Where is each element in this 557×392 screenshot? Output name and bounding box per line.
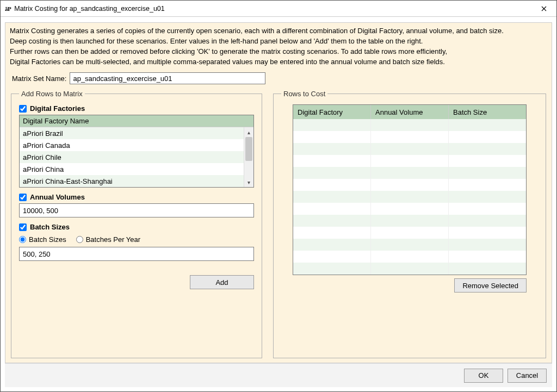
batch-sizes-checkbox[interactable]: [19, 223, 27, 231]
intro-line-1: Matrix Costing generates a series of cop…: [10, 26, 547, 36]
col-batch-size[interactable]: Batch Size: [449, 105, 526, 119]
list-item[interactable]: aPriori China-East-Shanghai: [20, 175, 244, 187]
table-row[interactable]: [293, 227, 526, 239]
table-row[interactable]: [293, 155, 526, 167]
dialog-body: Matrix Costing generates a series of cop…: [1, 17, 556, 391]
digital-factories-list-body: aPriori Brazil aPriori Canada aPriori Ch…: [20, 127, 253, 187]
col-digital-factory[interactable]: Digital Factory: [293, 105, 371, 119]
ok-button[interactable]: OK: [464, 369, 503, 383]
digital-factories-checkbox-row: Digital Factories: [19, 104, 254, 113]
list-item[interactable]: aPriori China: [20, 163, 244, 175]
digital-factories-checkbox[interactable]: [19, 105, 27, 113]
rows-to-cost-legend: Rows to Cost: [281, 90, 327, 98]
batch-sizes-radio[interactable]: [19, 236, 26, 243]
table-row[interactable]: [293, 131, 526, 143]
scroll-thumb[interactable]: [245, 137, 252, 161]
list-item[interactable]: aPriori Canada: [20, 139, 244, 151]
remove-selected-row: Remove Selected: [293, 278, 527, 293]
batch-sizes-input[interactable]: [19, 247, 254, 261]
table-row[interactable]: [293, 215, 526, 227]
matrix-set-name-label: Matrix Set Name:: [12, 74, 66, 83]
intro-line-4: Digital Factories can be multi-selected,…: [10, 57, 547, 67]
scroll-track[interactable]: [244, 137, 253, 177]
annual-volumes-checkbox-row: Annual Volumes: [19, 193, 254, 201]
window-title: Matrix Costing for ap_sandcasting_excerc…: [14, 5, 531, 13]
app-logo: āP: [5, 5, 11, 12]
batches-per-year-radio[interactable]: [76, 236, 83, 243]
intro-line-2: Deep costing is then launched for these …: [10, 36, 547, 47]
dialog-footer: OK Cancel: [5, 363, 552, 387]
rows-to-cost-body: [293, 119, 526, 275]
table-row[interactable]: [293, 167, 526, 179]
titlebar: āP Matrix Costing for ap_sandcasting_exc…: [1, 1, 556, 17]
content-frame: Matrix Costing generates a series of cop…: [5, 22, 552, 363]
digital-factories-scrollbar[interactable]: ▴ ▾: [244, 127, 253, 187]
table-row[interactable]: [293, 203, 526, 215]
batches-per-year-radio-text: Batches Per Year: [86, 235, 140, 244]
close-button[interactable]: [531, 1, 556, 17]
rows-to-cost-panel: Rows to Cost Digital Factory Annual Volu…: [273, 90, 546, 358]
table-row[interactable]: [293, 191, 526, 203]
close-icon: [541, 6, 547, 11]
intro-text: Matrix Costing generates a series of cop…: [10, 26, 547, 67]
panels: Add Rows to Matrix Digital Factories Dig…: [10, 90, 547, 358]
list-item[interactable]: aPriori Chile: [20, 151, 244, 163]
table-row[interactable]: [293, 143, 526, 155]
add-rows-legend: Add Rows to Matrix: [19, 90, 85, 98]
batches-per-year-radio-label[interactable]: Batches Per Year: [76, 235, 140, 244]
table-row[interactable]: [293, 251, 526, 263]
scroll-down-icon[interactable]: ▾: [244, 177, 253, 187]
digital-factories-label: Digital Factories: [30, 104, 85, 113]
list-item[interactable]: aPriori Brazil: [20, 127, 244, 139]
table-row[interactable]: [293, 263, 526, 275]
batch-sizes-label: Batch Sizes: [30, 223, 70, 231]
add-button[interactable]: Add: [190, 275, 254, 289]
annual-volumes-label: Annual Volumes: [30, 193, 85, 201]
table-row[interactable]: [293, 179, 526, 191]
rows-to-cost-header: Digital Factory Annual Volume Batch Size: [293, 105, 526, 119]
matrix-set-name-row: Matrix Set Name:: [12, 72, 547, 84]
matrix-set-name-input[interactable]: [70, 72, 265, 84]
batch-sizes-checkbox-row: Batch Sizes: [19, 223, 254, 231]
batch-sizes-radio-text: Batch Sizes: [29, 235, 66, 244]
digital-factories-list-header: Digital Factory Name: [20, 115, 253, 127]
cancel-button[interactable]: Cancel: [508, 369, 547, 383]
add-button-row: Add: [19, 275, 254, 289]
annual-volumes-input[interactable]: [19, 203, 254, 217]
add-rows-panel: Add Rows to Matrix Digital Factories Dig…: [11, 90, 262, 358]
annual-volumes-checkbox[interactable]: [19, 194, 27, 201]
rows-to-cost-table[interactable]: Digital Factory Annual Volume Batch Size: [293, 104, 527, 275]
batch-sizes-radio-label[interactable]: Batch Sizes: [19, 235, 66, 244]
col-annual-volume[interactable]: Annual Volume: [371, 105, 449, 119]
remove-selected-button[interactable]: Remove Selected: [454, 278, 527, 293]
digital-factories-list[interactable]: Digital Factory Name aPriori Brazil aPri…: [19, 115, 254, 188]
table-row[interactable]: [293, 119, 526, 131]
batch-mode-radio-row: Batch Sizes Batches Per Year: [19, 235, 254, 244]
scroll-up-icon[interactable]: ▴: [244, 127, 253, 137]
table-row[interactable]: [293, 239, 526, 251]
intro-line-3: Further rows can then be added or remove…: [10, 47, 547, 57]
digital-factories-items: aPriori Brazil aPriori Canada aPriori Ch…: [20, 127, 244, 187]
dialog-window: āP Matrix Costing for ap_sandcasting_exc…: [0, 0, 557, 392]
